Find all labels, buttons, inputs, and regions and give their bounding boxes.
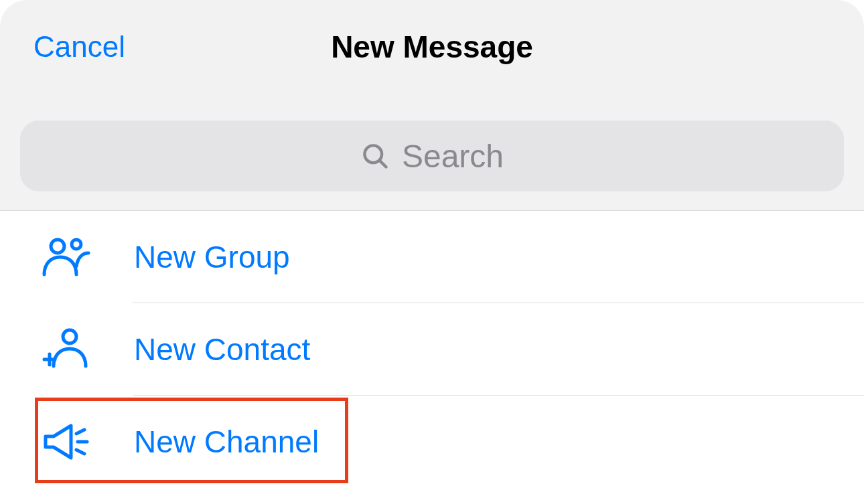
group-icon bbox=[42, 237, 95, 277]
new-contact-option[interactable]: New Contact bbox=[0, 303, 864, 396]
sheet-header: Cancel New Message Search bbox=[0, 0, 864, 211]
new-channel-option[interactable]: New Channel bbox=[0, 396, 864, 488]
megaphone-icon bbox=[42, 422, 95, 462]
add-contact-icon bbox=[42, 327, 95, 371]
new-group-option[interactable]: New Group bbox=[0, 211, 864, 303]
new-channel-label: New Channel bbox=[134, 424, 319, 460]
svg-line-8 bbox=[76, 430, 84, 434]
search-container: Search bbox=[0, 120, 864, 191]
search-placeholder: Search bbox=[402, 138, 504, 175]
new-group-label: New Group bbox=[134, 239, 290, 275]
svg-point-4 bbox=[63, 330, 76, 343]
options-list: New Group New Contact bbox=[0, 211, 864, 488]
new-contact-label: New Contact bbox=[134, 331, 310, 367]
search-input[interactable]: Search bbox=[20, 120, 844, 191]
svg-point-3 bbox=[72, 240, 81, 249]
svg-line-9 bbox=[76, 450, 84, 454]
svg-point-2 bbox=[51, 240, 64, 253]
search-icon bbox=[360, 141, 390, 171]
new-message-sheet: Cancel New Message Search bbox=[0, 0, 864, 504]
svg-line-1 bbox=[380, 161, 386, 167]
cancel-button[interactable]: Cancel bbox=[33, 30, 125, 64]
header-top-bar: Cancel New Message bbox=[0, 27, 864, 67]
page-title: New Message bbox=[331, 29, 533, 65]
